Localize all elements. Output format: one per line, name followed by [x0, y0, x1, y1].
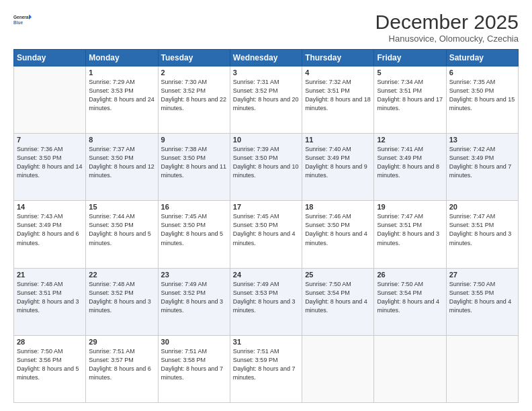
day-info: Sunrise: 7:50 AMSunset: 3:54 PMDaylight:… — [377, 280, 443, 315]
day-info: Sunrise: 7:45 AMSunset: 3:50 PMDaylight:… — [233, 212, 299, 247]
day-number: 14 — [17, 203, 83, 211]
table-row: 6Sunrise: 7:35 AMSunset: 3:50 PMDaylight… — [446, 66, 518, 134]
day-info: Sunrise: 7:47 AMSunset: 3:51 PMDaylight:… — [449, 212, 515, 247]
day-info: Sunrise: 7:34 AMSunset: 3:51 PMDaylight:… — [377, 78, 443, 113]
day-info: Sunrise: 7:38 AMSunset: 3:50 PMDaylight:… — [161, 145, 227, 180]
week-row-1: 1Sunrise: 7:29 AMSunset: 3:53 PMDaylight… — [14, 66, 519, 134]
day-info: Sunrise: 7:50 AMSunset: 3:56 PMDaylight:… — [17, 347, 83, 382]
table-row: 16Sunrise: 7:45 AMSunset: 3:50 PMDayligh… — [158, 201, 230, 268]
table-row: 10Sunrise: 7:39 AMSunset: 3:50 PMDayligh… — [230, 134, 302, 201]
table-row: 30Sunrise: 7:51 AMSunset: 3:58 PMDayligh… — [158, 335, 230, 402]
location: Hanusovice, Olomoucky, Czechia — [375, 34, 519, 44]
table-row: 22Sunrise: 7:48 AMSunset: 3:52 PMDayligh… — [86, 268, 158, 335]
day-number: 16 — [161, 203, 227, 211]
table-row: 13Sunrise: 7:42 AMSunset: 3:49 PMDayligh… — [446, 134, 518, 201]
svg-text:General: General — [13, 15, 30, 19]
day-number: 30 — [161, 338, 227, 346]
day-info: Sunrise: 7:40 AMSunset: 3:49 PMDaylight:… — [305, 145, 371, 180]
day-number: 24 — [233, 271, 299, 279]
day-number: 27 — [449, 271, 515, 279]
col-monday: Monday — [86, 50, 158, 66]
day-number: 26 — [377, 271, 443, 279]
svg-text:Blue: Blue — [13, 20, 23, 25]
col-sunday: Sunday — [14, 50, 86, 66]
table-row: 24Sunrise: 7:49 AMSunset: 3:53 PMDayligh… — [230, 268, 302, 335]
day-info: Sunrise: 7:48 AMSunset: 3:52 PMDaylight:… — [89, 280, 154, 315]
month-title: December 2025 — [375, 11, 519, 34]
day-number: 23 — [161, 271, 227, 279]
day-number: 11 — [305, 136, 371, 144]
day-number: 31 — [233, 338, 299, 346]
day-info: Sunrise: 7:29 AMSunset: 3:53 PMDaylight:… — [89, 78, 154, 113]
header-row: Sunday Monday Tuesday Wednesday Thursday… — [14, 50, 519, 66]
logo: GeneralBlue — [13, 11, 32, 30]
day-info: Sunrise: 7:51 AMSunset: 3:58 PMDaylight:… — [161, 347, 227, 382]
table-row: 26Sunrise: 7:50 AMSunset: 3:54 PMDayligh… — [374, 268, 446, 335]
day-number: 12 — [377, 136, 443, 144]
week-row-3: 14Sunrise: 7:43 AMSunset: 3:49 PMDayligh… — [14, 201, 519, 268]
day-number: 4 — [305, 68, 371, 77]
day-info: Sunrise: 7:39 AMSunset: 3:50 PMDaylight:… — [233, 145, 299, 180]
table-row: 31Sunrise: 7:51 AMSunset: 3:59 PMDayligh… — [230, 335, 302, 402]
day-info: Sunrise: 7:36 AMSunset: 3:50 PMDaylight:… — [17, 145, 83, 180]
day-number: 8 — [89, 136, 154, 144]
table-row: 27Sunrise: 7:50 AMSunset: 3:55 PMDayligh… — [446, 268, 518, 335]
week-row-2: 7Sunrise: 7:36 AMSunset: 3:50 PMDaylight… — [14, 134, 519, 201]
day-info: Sunrise: 7:49 AMSunset: 3:53 PMDaylight:… — [233, 280, 299, 315]
week-row-4: 21Sunrise: 7:48 AMSunset: 3:51 PMDayligh… — [14, 268, 519, 335]
col-wednesday: Wednesday — [230, 50, 302, 66]
day-number: 17 — [233, 203, 299, 211]
table-row: 21Sunrise: 7:48 AMSunset: 3:51 PMDayligh… — [14, 268, 86, 335]
day-info: Sunrise: 7:31 AMSunset: 3:52 PMDaylight:… — [233, 78, 299, 113]
table-row: 4Sunrise: 7:32 AMSunset: 3:51 PMDaylight… — [302, 66, 374, 134]
table-row — [302, 335, 374, 402]
table-row: 9Sunrise: 7:38 AMSunset: 3:50 PMDaylight… — [158, 134, 230, 201]
day-info: Sunrise: 7:37 AMSunset: 3:50 PMDaylight:… — [89, 145, 154, 180]
table-row: 15Sunrise: 7:44 AMSunset: 3:50 PMDayligh… — [86, 201, 158, 268]
table-row: 14Sunrise: 7:43 AMSunset: 3:49 PMDayligh… — [14, 201, 86, 268]
day-info: Sunrise: 7:50 AMSunset: 3:55 PMDaylight:… — [449, 280, 515, 315]
table-row: 3Sunrise: 7:31 AMSunset: 3:52 PMDaylight… — [230, 66, 302, 134]
day-number: 6 — [449, 68, 515, 77]
day-number: 7 — [17, 136, 83, 144]
day-info: Sunrise: 7:49 AMSunset: 3:52 PMDaylight:… — [161, 280, 227, 315]
day-number: 9 — [161, 136, 227, 144]
table-row — [14, 66, 86, 134]
day-info: Sunrise: 7:41 AMSunset: 3:49 PMDaylight:… — [377, 145, 443, 180]
day-info: Sunrise: 7:48 AMSunset: 3:51 PMDaylight:… — [17, 280, 83, 315]
col-tuesday: Tuesday — [158, 50, 230, 66]
day-info: Sunrise: 7:32 AMSunset: 3:51 PMDaylight:… — [305, 78, 371, 113]
week-row-5: 28Sunrise: 7:50 AMSunset: 3:56 PMDayligh… — [14, 335, 519, 402]
svg-marker-2 — [29, 15, 32, 19]
title-block: December 2025 Hanusovice, Olomoucky, Cze… — [375, 11, 519, 44]
col-friday: Friday — [374, 50, 446, 66]
table-row: 12Sunrise: 7:41 AMSunset: 3:49 PMDayligh… — [374, 134, 446, 201]
header: GeneralBlue December 2025 Hanusovice, Ol… — [13, 11, 519, 44]
table-row: 11Sunrise: 7:40 AMSunset: 3:49 PMDayligh… — [302, 134, 374, 201]
day-number: 21 — [17, 271, 83, 279]
day-number: 20 — [449, 203, 515, 211]
table-row — [446, 335, 518, 402]
table-row: 17Sunrise: 7:45 AMSunset: 3:50 PMDayligh… — [230, 201, 302, 268]
table-row: 5Sunrise: 7:34 AMSunset: 3:51 PMDaylight… — [374, 66, 446, 134]
table-row: 23Sunrise: 7:49 AMSunset: 3:52 PMDayligh… — [158, 268, 230, 335]
table-row: 20Sunrise: 7:47 AMSunset: 3:51 PMDayligh… — [446, 201, 518, 268]
table-row: 8Sunrise: 7:37 AMSunset: 3:50 PMDaylight… — [86, 134, 158, 201]
day-number: 3 — [233, 68, 299, 77]
day-number: 28 — [17, 338, 83, 346]
table-row: 7Sunrise: 7:36 AMSunset: 3:50 PMDaylight… — [14, 134, 86, 201]
day-info: Sunrise: 7:50 AMSunset: 3:54 PMDaylight:… — [305, 280, 371, 315]
day-info: Sunrise: 7:45 AMSunset: 3:50 PMDaylight:… — [161, 212, 227, 247]
table-row: 28Sunrise: 7:50 AMSunset: 3:56 PMDayligh… — [14, 335, 86, 402]
day-info: Sunrise: 7:51 AMSunset: 3:59 PMDaylight:… — [233, 347, 299, 382]
day-info: Sunrise: 7:30 AMSunset: 3:52 PMDaylight:… — [161, 78, 227, 113]
day-number: 10 — [233, 136, 299, 144]
day-info: Sunrise: 7:35 AMSunset: 3:50 PMDaylight:… — [449, 78, 515, 113]
table-row — [374, 335, 446, 402]
logo-icon: GeneralBlue — [13, 11, 32, 30]
table-row: 29Sunrise: 7:51 AMSunset: 3:57 PMDayligh… — [86, 335, 158, 402]
day-number: 1 — [89, 68, 154, 77]
day-number: 22 — [89, 271, 154, 279]
table-row: 25Sunrise: 7:50 AMSunset: 3:54 PMDayligh… — [302, 268, 374, 335]
day-info: Sunrise: 7:43 AMSunset: 3:49 PMDaylight:… — [17, 212, 83, 247]
